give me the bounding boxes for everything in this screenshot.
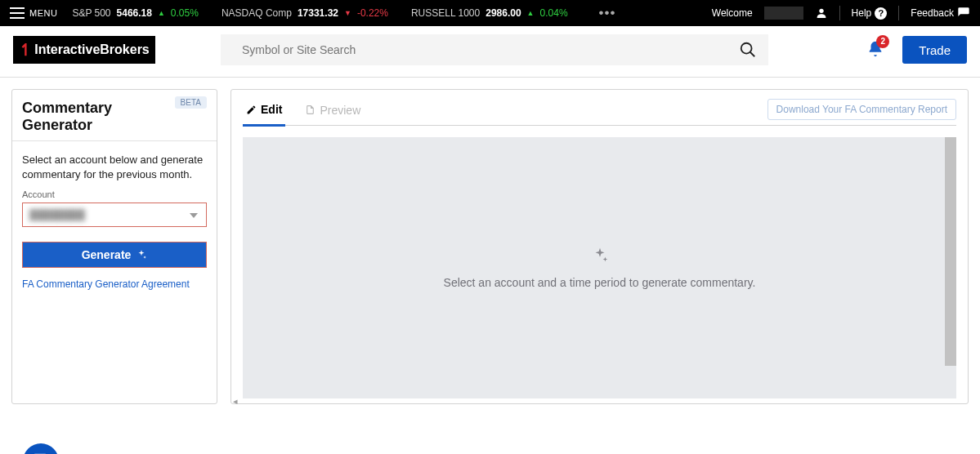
tab-preview: Preview <box>302 99 364 125</box>
ticker-name: NASDAQ Comp <box>222 7 292 19</box>
ticker-change: 0.04% <box>540 7 568 19</box>
ticker-item[interactable]: S&P 500 5466.18 ▲ 0.05% <box>72 7 199 19</box>
agreement-link[interactable]: FA Commentary Generator Agreement <box>22 278 190 290</box>
sparkle-icon <box>136 249 147 260</box>
feedback-label: Feedback <box>911 7 954 19</box>
download-report-button[interactable]: Download Your FA Commentary Report <box>767 99 956 120</box>
ticker-arrow-up-icon: ▲ <box>527 9 535 17</box>
top-ticker-bar: MENU S&P 500 5466.18 ▲ 0.05% NASDAQ Comp… <box>0 0 980 26</box>
scrollbar-horizontal-arrow[interactable]: ◂ <box>233 396 238 407</box>
account-label: Account <box>22 189 207 199</box>
empty-state-message: Select an account and a time period to g… <box>444 276 756 289</box>
ticker-item[interactable]: RUSSELL 1000 2986.00 ▲ 0.04% <box>411 7 568 19</box>
more-tickers-button[interactable]: ••• <box>599 5 616 21</box>
ticker-item[interactable]: NASDAQ Comp 17331.32 ▼ -0.22% <box>222 7 388 19</box>
feedback-link[interactable]: Feedback <box>911 7 970 20</box>
scrollbar-vertical[interactable] <box>945 137 956 366</box>
notifications-button[interactable]: 2 <box>866 40 884 60</box>
content-panel: Edit Preview Download Your FA Commentary… <box>230 89 969 404</box>
ticker-change: -0.22% <box>357 7 388 19</box>
search-wrapper <box>221 34 768 65</box>
ticker-price: 17331.32 <box>298 7 338 19</box>
help-label: Help <box>852 7 872 19</box>
ticker-change: 0.05% <box>171 7 199 19</box>
account-selected-value: ████████ <box>29 209 85 220</box>
svg-point-0 <box>819 9 823 13</box>
main-menu-button[interactable]: MENU <box>10 7 57 19</box>
commentary-sidebar: Commentary Generator BETA Select an acco… <box>11 89 217 404</box>
account-select[interactable]: ████████ <box>22 203 207 227</box>
ticker-name: RUSSELL 1000 <box>411 7 480 19</box>
tab-edit[interactable]: Edit <box>243 98 285 127</box>
divider <box>898 6 899 20</box>
tab-edit-label: Edit <box>261 103 282 116</box>
sidebar-body: Select an account below and generate com… <box>12 141 217 300</box>
notification-badge: 2 <box>876 35 889 48</box>
sidebar-title: Commentary Generator <box>22 100 170 134</box>
generate-label: Generate <box>82 248 132 261</box>
ticker-price: 2986.00 <box>486 7 521 19</box>
ticker-name: S&P 500 <box>72 7 110 19</box>
pencil-icon <box>246 105 257 115</box>
feedback-icon <box>957 7 970 20</box>
ticker-arrow-down-icon: ▼ <box>344 9 351 17</box>
tab-preview-label: Preview <box>320 104 360 117</box>
header-row: ↿ InteractiveBrokers 2 Trade <box>0 26 980 78</box>
logo-text-2: Brokers <box>100 42 149 57</box>
trade-button[interactable]: Trade <box>902 36 967 64</box>
menu-label: MENU <box>29 8 57 18</box>
svg-point-1 <box>741 43 752 54</box>
username-redacted <box>764 7 803 20</box>
svg-line-2 <box>750 52 755 57</box>
welcome-label: Welcome <box>712 7 753 19</box>
search-input[interactable] <box>221 34 768 65</box>
hamburger-icon <box>10 7 25 19</box>
beta-badge: BETA <box>175 96 207 109</box>
document-icon <box>305 105 315 115</box>
brand-logo[interactable]: ↿ InteractiveBrokers <box>13 36 155 64</box>
main-layout: Commentary Generator BETA Select an acco… <box>0 78 980 404</box>
ticker-price: 5466.18 <box>117 7 152 19</box>
ticker-arrow-up-icon: ▲ <box>158 9 165 17</box>
tabs-row: Edit Preview Download Your FA Commentary… <box>243 98 956 126</box>
search-icon[interactable] <box>739 41 757 59</box>
help-link[interactable]: Help ? <box>852 7 888 20</box>
sidebar-description: Select an account below and generate com… <box>22 153 207 181</box>
divider <box>839 6 840 20</box>
generate-button[interactable]: Generate <box>22 242 207 268</box>
preview-area: Select an account and a time period to g… <box>243 137 956 398</box>
help-icon: ? <box>875 7 887 20</box>
user-icon[interactable] <box>815 7 828 20</box>
topbar-right: Welcome Help ? Feedback <box>712 6 970 20</box>
logo-text-1: Interactive <box>34 42 100 57</box>
chat-fab-left[interactable] <box>23 443 59 454</box>
sidebar-header: Commentary Generator BETA <box>12 90 217 141</box>
logo-arc-icon: ↿ <box>19 40 33 60</box>
sparkle-placeholder-icon <box>591 247 609 265</box>
ticker-strip: S&P 500 5466.18 ▲ 0.05% NASDAQ Comp 1733… <box>72 5 711 21</box>
